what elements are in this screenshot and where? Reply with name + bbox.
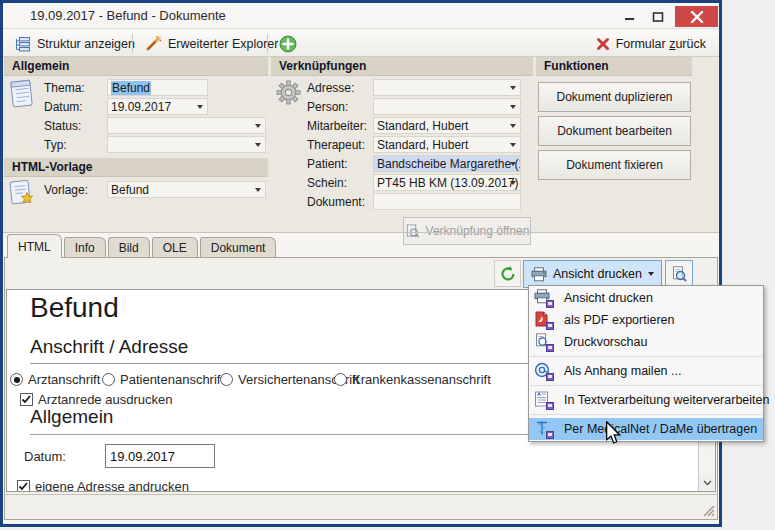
html-vorlage-header: HTML-Vorlage	[4, 158, 268, 177]
tree-structure-icon	[14, 36, 31, 52]
plus-icon	[279, 35, 297, 53]
radio-icon	[102, 373, 115, 386]
medicalnet-icon	[534, 420, 552, 438]
struktur-anzeigen-button[interactable]: Struktur anzeigen	[7, 32, 142, 55]
status-label: Status:	[44, 117, 81, 135]
menu-item-medicalnet-uebertragen[interactable]: Per MedicalNet / DaMe übertragen	[529, 418, 763, 440]
section-heading-anschrift: Anschrift / Adresse	[30, 336, 188, 358]
window-titlebar[interactable]: 19.09.2017 - Befund - Dokumente	[3, 3, 719, 29]
print-toolbar: Ansicht drucken	[5, 258, 717, 288]
patient-dropdown[interactable]: Bandscheibe Margarethe (14	[373, 155, 521, 172]
radio-icon	[10, 373, 23, 386]
adresse-dropdown[interactable]	[373, 79, 521, 96]
funktionen-header: Funktionen	[536, 57, 692, 76]
save-overlay-icon	[546, 300, 554, 308]
formular-zurueck-label: Formular zurück	[616, 37, 706, 51]
maximize-icon	[652, 11, 664, 23]
maximize-button[interactable]	[645, 6, 671, 27]
pdf-icon	[534, 311, 552, 329]
thema-field[interactable]: Befund	[107, 79, 208, 96]
tab-ole[interactable]: OLE	[152, 237, 198, 258]
struktur-anzeigen-label: Struktur anzeigen	[37, 37, 135, 51]
person-label: Person:	[307, 98, 348, 116]
person-dropdown[interactable]	[373, 98, 521, 115]
chevron-down-icon	[255, 124, 261, 128]
therapeut-label: Therapeut:	[307, 136, 365, 154]
print-preview-icon	[671, 266, 687, 282]
close-button[interactable]	[675, 6, 718, 27]
print-preview-button[interactable]	[665, 260, 693, 287]
menu-item-pdf-exportieren[interactable]: als PDF exportieren	[529, 309, 763, 331]
schein-label: Schein:	[307, 174, 347, 192]
ansicht-drucken-label: Ansicht drucken	[553, 267, 642, 281]
menu-item-textverarbeitung[interactable]: In Textverarbeitung weiterverarbeiten	[529, 389, 763, 411]
checkbox-icon	[17, 480, 30, 492]
tab-html[interactable]: HTML	[7, 234, 62, 258]
checkbox-icon	[20, 393, 33, 406]
resize-grip[interactable]	[702, 504, 715, 517]
vorlage-label: Vorlage:	[44, 181, 88, 199]
radio-patientenanschrift[interactable]: Patientenanschrift	[102, 370, 224, 388]
mitarbeiter-dropdown[interactable]: Standard, Hubert	[373, 117, 521, 134]
chevron-down-icon	[510, 105, 516, 109]
dokument-label: Dokument:	[307, 193, 365, 211]
add-button[interactable]	[272, 32, 304, 55]
chevron-down-icon	[510, 181, 516, 185]
print-dropdown-menu: Ansicht drucken als PDF exportieren Druc…	[528, 285, 764, 442]
vorlage-dropdown[interactable]: Befund	[107, 181, 266, 198]
refresh-icon	[499, 265, 517, 283]
save-overlay-icon	[546, 373, 554, 381]
dokument-field[interactable]	[373, 193, 521, 210]
menu-item-als-anhang-mailen[interactable]: Als Anhang mailen ...	[529, 360, 763, 382]
window-title: 19.09.2017 - Befund - Dokumente	[30, 8, 226, 23]
save-overlay-icon	[546, 344, 554, 352]
printer-icon	[534, 289, 552, 307]
chevron-down-icon	[510, 86, 516, 90]
menu-item-ansicht-drucken[interactable]: Ansicht drucken	[529, 287, 763, 309]
print-preview-icon	[534, 333, 552, 351]
dokument-duplizieren-button[interactable]: Dokument duplizieren	[538, 82, 691, 112]
erweiterter-explorer-button[interactable]: Erweiterter Explorer	[138, 32, 285, 55]
patient-label: Patient:	[307, 155, 348, 173]
schein-dropdown[interactable]: PT45 HB KM (13.09.2017)	[373, 174, 521, 191]
typ-dropdown[interactable]	[107, 136, 266, 153]
ansicht-drucken-dropdown-button[interactable]: Ansicht drucken	[523, 260, 662, 288]
verknuepfung-oeffnen-button[interactable]: Verknüpfung öffnen	[403, 217, 531, 245]
scroll-down-button[interactable]	[699, 475, 715, 491]
status-bar	[5, 494, 717, 519]
menu-separator	[530, 356, 762, 357]
refresh-button[interactable]	[494, 260, 521, 287]
radio-icon	[334, 373, 347, 386]
radio-icon	[220, 373, 233, 386]
radio-krankenkassenanschrift[interactable]: Krankenkassenanschrift	[334, 370, 491, 388]
menu-separator	[530, 414, 762, 415]
tab-dokument[interactable]: Dokument	[200, 237, 277, 258]
tab-info[interactable]: Info	[64, 237, 106, 258]
chevron-down-icon	[510, 162, 516, 166]
toolbar-separator	[267, 34, 268, 53]
form-panels: Allgemein Thema: Befund Datum: 19.09.201…	[3, 57, 719, 232]
doc-datum-label: Datum:	[24, 449, 66, 464]
dokument-fixieren-button[interactable]: Dokument fixieren	[538, 150, 691, 180]
radio-arztanschrift[interactable]: Arztanschrift	[10, 370, 100, 388]
tab-bar: HTML Info Bild OLE Dokument	[7, 234, 278, 258]
verknuepfungen-header: Verknüpfungen	[271, 57, 533, 76]
doc-datum-input[interactable]	[105, 444, 215, 468]
divider	[3, 232, 719, 233]
verknuepfung-oeffnen-label: Verknüpfung öffnen	[426, 224, 530, 238]
checkbox-eigene-adresse[interactable]: eigene Adresse andrucken	[17, 477, 189, 492]
tab-bild[interactable]: Bild	[108, 237, 150, 258]
therapeut-dropdown[interactable]: Standard, Hubert	[373, 136, 521, 153]
magic-wand-icon	[145, 35, 162, 52]
datum-dropdown[interactable]: 19.09.2017	[107, 98, 208, 115]
minimize-button[interactable]	[617, 6, 643, 27]
menu-separator	[530, 385, 762, 386]
status-dropdown[interactable]	[107, 117, 266, 134]
thema-label: Thema:	[44, 79, 85, 97]
menu-item-druckvorschau[interactable]: Druckvorschau	[529, 331, 763, 353]
open-link-icon	[405, 224, 420, 239]
chevron-down-icon	[648, 272, 654, 276]
typ-label: Typ:	[44, 136, 67, 154]
formular-zurueck-button[interactable]: Formular zurück	[589, 32, 713, 55]
dokument-bearbeiten-button[interactable]: Dokument bearbeiten	[538, 116, 691, 146]
